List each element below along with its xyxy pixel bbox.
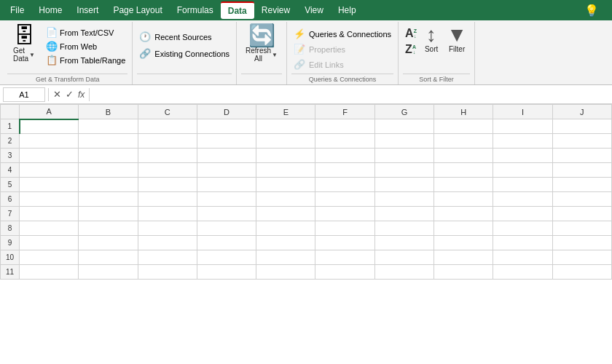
cell-e3[interactable] bbox=[256, 149, 315, 163]
cell-h9[interactable] bbox=[434, 236, 493, 250]
cell-c3[interactable] bbox=[138, 149, 197, 163]
cell-g11[interactable] bbox=[374, 265, 434, 280]
cell-i10[interactable] bbox=[493, 250, 552, 265]
cell-f4[interactable] bbox=[315, 163, 374, 178]
cell-j11[interactable] bbox=[552, 265, 611, 280]
row-num-10[interactable]: 10 bbox=[1, 250, 20, 265]
cell-g5[interactable] bbox=[374, 178, 434, 192]
cell-e5[interactable] bbox=[256, 178, 315, 192]
cell-c5[interactable] bbox=[138, 178, 197, 192]
cell-d2[interactable] bbox=[197, 134, 256, 149]
cell-f11[interactable] bbox=[315, 265, 374, 280]
cell-j9[interactable] bbox=[552, 236, 611, 250]
cell-a6[interactable] bbox=[20, 192, 79, 207]
sort-button[interactable]: ↕ Sort bbox=[422, 23, 441, 55]
cell-a9[interactable] bbox=[20, 236, 79, 250]
cell-d1[interactable] bbox=[197, 119, 256, 134]
col-header-i[interactable]: I bbox=[493, 105, 552, 119]
cell-f6[interactable] bbox=[315, 192, 374, 207]
col-header-d[interactable]: D bbox=[197, 105, 256, 119]
row-num-2[interactable]: 2 bbox=[1, 134, 20, 149]
from-table-button[interactable]: 📋 From Table/Range bbox=[44, 54, 128, 66]
cell-i4[interactable] bbox=[493, 163, 552, 178]
cell-d8[interactable] bbox=[197, 221, 256, 236]
cell-f9[interactable] bbox=[315, 236, 374, 250]
cell-g3[interactable] bbox=[374, 149, 434, 163]
cell-c4[interactable] bbox=[138, 163, 197, 178]
col-header-j[interactable]: J bbox=[552, 105, 611, 119]
cell-b2[interactable] bbox=[79, 134, 138, 149]
cell-i1[interactable] bbox=[493, 119, 552, 134]
cell-i2[interactable] bbox=[493, 134, 552, 149]
cell-reference-box[interactable] bbox=[3, 87, 45, 102]
cell-b3[interactable] bbox=[79, 149, 138, 163]
cell-f8[interactable] bbox=[315, 221, 374, 236]
cell-e10[interactable] bbox=[256, 250, 315, 265]
menu-data[interactable]: Data bbox=[221, 1, 254, 19]
cell-h8[interactable] bbox=[434, 221, 493, 236]
cell-i7[interactable] bbox=[493, 207, 552, 221]
cell-j6[interactable] bbox=[552, 192, 611, 207]
cell-e11[interactable] bbox=[256, 265, 315, 280]
cell-d3[interactable] bbox=[197, 149, 256, 163]
col-header-h[interactable]: H bbox=[434, 105, 493, 119]
menu-formulas[interactable]: Formulas bbox=[170, 2, 221, 18]
row-num-11[interactable]: 11 bbox=[1, 265, 20, 280]
cell-h11[interactable] bbox=[434, 265, 493, 280]
cell-a10[interactable] bbox=[20, 250, 79, 265]
row-num-6[interactable]: 6 bbox=[1, 192, 20, 207]
col-header-e[interactable]: E bbox=[256, 105, 315, 119]
cell-a2[interactable] bbox=[20, 134, 79, 149]
cell-c10[interactable] bbox=[138, 250, 197, 265]
menu-insert[interactable]: Insert bbox=[69, 2, 106, 18]
cell-h7[interactable] bbox=[434, 207, 493, 221]
cell-b11[interactable] bbox=[79, 265, 138, 280]
cell-g6[interactable] bbox=[374, 192, 434, 207]
cell-j2[interactable] bbox=[552, 134, 611, 149]
existing-connections-button[interactable]: 🔗 Existing Connections bbox=[137, 47, 232, 60]
cancel-formula-icon[interactable]: ✕ bbox=[52, 89, 63, 100]
from-web-button[interactable]: 🌐 From Web bbox=[44, 40, 128, 52]
cell-h1[interactable] bbox=[434, 119, 493, 134]
cell-j7[interactable] bbox=[552, 207, 611, 221]
cell-d11[interactable] bbox=[197, 265, 256, 280]
cell-a1[interactable] bbox=[20, 119, 79, 134]
cell-i6[interactable] bbox=[493, 192, 552, 207]
cell-h2[interactable] bbox=[434, 134, 493, 149]
cell-i8[interactable] bbox=[493, 221, 552, 236]
cell-b8[interactable] bbox=[79, 221, 138, 236]
cell-g4[interactable] bbox=[374, 163, 434, 178]
cell-c7[interactable] bbox=[138, 207, 197, 221]
col-header-a[interactable]: A bbox=[20, 105, 79, 119]
cell-c9[interactable] bbox=[138, 236, 197, 250]
cell-j4[interactable] bbox=[552, 163, 611, 178]
cell-d6[interactable] bbox=[197, 192, 256, 207]
cell-a5[interactable] bbox=[20, 178, 79, 192]
get-data-button[interactable]: 🗄 GetData ▼ bbox=[7, 23, 41, 64]
formula-input[interactable] bbox=[93, 90, 609, 100]
cell-b9[interactable] bbox=[79, 236, 138, 250]
cell-d9[interactable] bbox=[197, 236, 256, 250]
col-header-b[interactable]: B bbox=[79, 105, 138, 119]
cell-j3[interactable] bbox=[552, 149, 611, 163]
cell-c6[interactable] bbox=[138, 192, 197, 207]
cell-f1[interactable] bbox=[315, 119, 374, 134]
col-header-c[interactable]: C bbox=[138, 105, 197, 119]
cell-e4[interactable] bbox=[256, 163, 315, 178]
cell-e7[interactable] bbox=[256, 207, 315, 221]
properties-button[interactable]: 📝 Properties bbox=[291, 43, 393, 55]
edit-links-button[interactable]: 🔗 Edit Links bbox=[291, 58, 393, 71]
col-header-f[interactable]: F bbox=[315, 105, 374, 119]
cell-h10[interactable] bbox=[434, 250, 493, 265]
cell-h6[interactable] bbox=[434, 192, 493, 207]
cell-c1[interactable] bbox=[138, 119, 197, 134]
cell-j1[interactable] bbox=[552, 119, 611, 134]
cell-b10[interactable] bbox=[79, 250, 138, 265]
queries-connections-button[interactable]: ⚡ Queries & Connections bbox=[291, 28, 393, 40]
cell-f7[interactable] bbox=[315, 207, 374, 221]
cell-g1[interactable] bbox=[374, 119, 434, 134]
menu-file[interactable]: File bbox=[3, 2, 31, 18]
cell-a11[interactable] bbox=[20, 265, 79, 280]
filter-button[interactable]: ▼ Filter bbox=[444, 23, 470, 55]
refresh-all-button[interactable]: 🔄 RefreshAll ▼ bbox=[241, 23, 282, 64]
